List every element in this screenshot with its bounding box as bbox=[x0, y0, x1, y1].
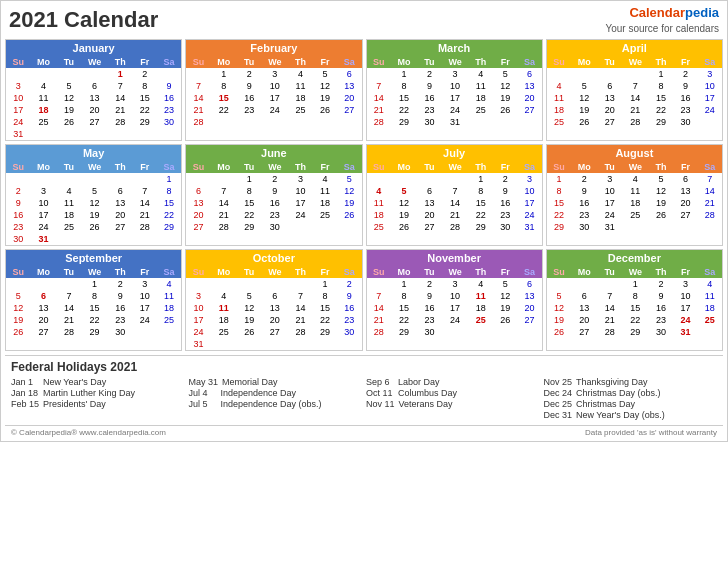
holiday-name: Memorial Day bbox=[222, 377, 278, 387]
day-cell bbox=[597, 68, 621, 80]
day-cell: 5 bbox=[237, 290, 261, 302]
holidays-col1: Jan 1New Year's DayJan 18Martin Luther K… bbox=[11, 377, 185, 421]
day-cell: 25 bbox=[469, 104, 493, 116]
day-header-Th: Th bbox=[288, 161, 312, 173]
day-header-Tu: Tu bbox=[57, 161, 81, 173]
day-cell bbox=[261, 116, 288, 128]
holidays-section: Federal Holidays 2021 Jan 1New Year's Da… bbox=[5, 355, 723, 423]
day-header-Tu: Tu bbox=[237, 266, 261, 278]
day-cell: 4 bbox=[547, 80, 571, 92]
day-cell bbox=[417, 173, 441, 185]
day-cell bbox=[261, 278, 288, 290]
month-header-mar: March bbox=[367, 40, 542, 56]
day-cell: 15 bbox=[649, 92, 673, 104]
day-cell: 20 bbox=[186, 209, 210, 221]
day-cell: 3 bbox=[698, 68, 722, 80]
day-cell: 8 bbox=[391, 290, 417, 302]
day-header-Mo: Mo bbox=[30, 56, 56, 68]
day-cell: 4 bbox=[469, 68, 493, 80]
day-cell bbox=[81, 233, 108, 245]
day-cell: 17 bbox=[673, 302, 697, 314]
day-cell: 4 bbox=[469, 278, 493, 290]
day-cell bbox=[57, 233, 81, 245]
month-header-feb: February bbox=[186, 40, 361, 56]
day-cell bbox=[108, 128, 132, 140]
day-header-Fr: Fr bbox=[132, 161, 156, 173]
header: 2021 Calendar Calendarpedia Your source … bbox=[1, 1, 727, 37]
day-cell: 2 bbox=[417, 68, 441, 80]
day-cell: 18 bbox=[469, 302, 493, 314]
day-cell: 15 bbox=[157, 197, 181, 209]
day-header-We: We bbox=[81, 266, 108, 278]
day-header-Mo: Mo bbox=[211, 266, 237, 278]
day-cell bbox=[288, 278, 312, 290]
day-cell: 30 bbox=[261, 221, 288, 233]
day-cell: 2 bbox=[493, 173, 517, 185]
day-cell: 10 bbox=[261, 80, 288, 92]
day-cell: 7 bbox=[186, 80, 210, 92]
day-header-We: We bbox=[622, 161, 649, 173]
day-cell: 18 bbox=[30, 104, 56, 116]
day-cell: 28 bbox=[211, 221, 237, 233]
day-cell: 21 bbox=[367, 104, 391, 116]
day-cell: 27 bbox=[417, 221, 441, 233]
day-cell bbox=[442, 326, 469, 338]
day-cell bbox=[517, 326, 541, 338]
day-cell: 11 bbox=[698, 290, 722, 302]
day-cell: 24 bbox=[288, 209, 312, 221]
day-header-Fr: Fr bbox=[673, 266, 697, 278]
day-header-Su: Su bbox=[547, 161, 571, 173]
day-cell bbox=[132, 173, 156, 185]
day-cell: 3 bbox=[442, 278, 469, 290]
day-cell: 26 bbox=[493, 314, 517, 326]
day-cell bbox=[313, 221, 337, 233]
day-cell bbox=[157, 68, 181, 80]
day-cell: 9 bbox=[261, 185, 288, 197]
day-header-Su: Su bbox=[367, 266, 391, 278]
day-cell: 12 bbox=[6, 302, 30, 314]
day-cell: 6 bbox=[186, 185, 210, 197]
day-cell: 17 bbox=[698, 92, 722, 104]
day-header-Sa: Sa bbox=[698, 56, 722, 68]
day-cell: 12 bbox=[493, 290, 517, 302]
day-cell: 4 bbox=[30, 80, 56, 92]
day-cell: 1 bbox=[157, 173, 181, 185]
day-cell: 13 bbox=[417, 197, 441, 209]
day-header-Fr: Fr bbox=[673, 56, 697, 68]
day-header-Th: Th bbox=[469, 266, 493, 278]
day-cell: 6 bbox=[597, 80, 621, 92]
day-cell: 7 bbox=[367, 290, 391, 302]
day-cell: 23 bbox=[157, 104, 181, 116]
day-cell: 2 bbox=[108, 278, 132, 290]
day-cell: 14 bbox=[288, 302, 312, 314]
day-cell: 26 bbox=[313, 104, 337, 116]
day-cell: 25 bbox=[698, 314, 722, 326]
day-cell: 23 bbox=[493, 209, 517, 221]
day-cell: 22 bbox=[81, 314, 108, 326]
day-cell bbox=[493, 326, 517, 338]
day-cell: 17 bbox=[442, 92, 469, 104]
day-cell: 10 bbox=[30, 197, 56, 209]
day-cell: 20 bbox=[597, 104, 621, 116]
month-header-apr: April bbox=[547, 40, 722, 56]
day-cell: 10 bbox=[442, 290, 469, 302]
day-cell: 15 bbox=[81, 302, 108, 314]
day-cell: 7 bbox=[132, 185, 156, 197]
day-header-Mo: Mo bbox=[391, 161, 417, 173]
day-header-We: We bbox=[261, 266, 288, 278]
day-cell: 9 bbox=[571, 185, 597, 197]
day-cell: 18 bbox=[469, 92, 493, 104]
day-cell: 28 bbox=[57, 326, 81, 338]
day-cell: 26 bbox=[391, 221, 417, 233]
month-aug: AugustSuMoTuWeThFrSa12345678910111213141… bbox=[546, 144, 723, 246]
day-cell: 11 bbox=[288, 80, 312, 92]
day-header-Fr: Fr bbox=[673, 161, 697, 173]
month-header-jul: July bbox=[367, 145, 542, 161]
month-table-apr: SuMoTuWeThFrSa12345678910111213141516171… bbox=[547, 56, 722, 128]
day-cell: 16 bbox=[157, 92, 181, 104]
day-cell: 26 bbox=[237, 326, 261, 338]
day-header-Fr: Fr bbox=[493, 56, 517, 68]
holiday-name: New Year's Day (obs.) bbox=[576, 410, 665, 420]
month-dec: DecemberSuMoTuWeThFrSa123456789101112131… bbox=[546, 249, 723, 351]
day-cell: 13 bbox=[517, 290, 541, 302]
